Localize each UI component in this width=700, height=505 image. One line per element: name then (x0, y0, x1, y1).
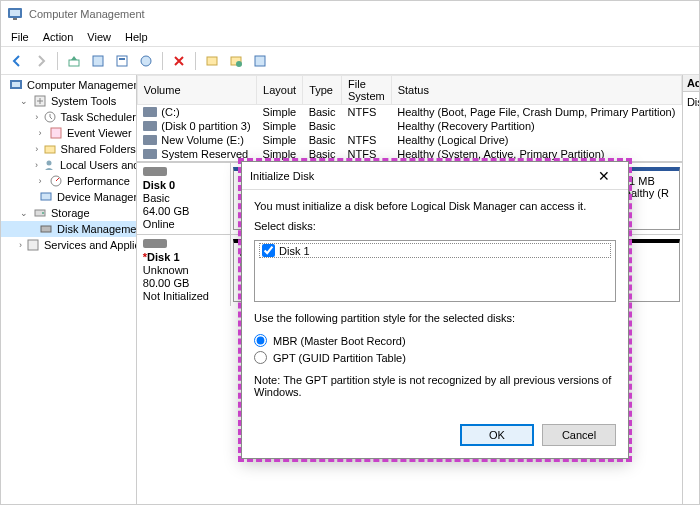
svg-point-10 (236, 61, 242, 67)
menu-file[interactable]: File (5, 29, 35, 45)
table-row[interactable]: (C:)SimpleBasicNTFSHealthy (Boot, Page F… (137, 105, 681, 120)
tree-performance[interactable]: ›Performance (1, 173, 136, 189)
select-disks-label: Select disks: (254, 220, 616, 232)
volume-icon (143, 149, 157, 159)
col-layout[interactable]: Layout (257, 76, 303, 105)
svg-rect-23 (41, 226, 51, 232)
close-icon[interactable]: ✕ (588, 168, 620, 184)
nav-tree: Computer Management (Local ⌄System Tools… (1, 75, 137, 504)
actions-header: Act (683, 75, 699, 92)
refresh-button[interactable] (112, 51, 132, 71)
actions-pane: Act Disl (683, 75, 699, 504)
table-row[interactable]: (Disk 0 partition 3)SimpleBasicHealthy (… (137, 119, 681, 133)
menubar: File Action View Help (1, 27, 699, 47)
svg-rect-3 (69, 60, 79, 66)
svg-rect-11 (255, 56, 265, 66)
help-button[interactable] (136, 51, 156, 71)
svg-rect-8 (207, 57, 217, 65)
menu-help[interactable]: Help (119, 29, 154, 45)
tree-disk-management[interactable]: Disk Management (1, 221, 136, 237)
cancel-button[interactable]: Cancel (542, 424, 616, 446)
props-button[interactable] (88, 51, 108, 71)
col-fs[interactable]: File System (342, 76, 392, 105)
volume-list: Volume Layout Type File System Status (C… (137, 75, 682, 162)
up-button[interactable] (64, 51, 84, 71)
disk-icon (143, 167, 167, 176)
table-row[interactable]: System ReservedSimpleBasicNTFSHealthy (S… (137, 147, 681, 161)
svg-rect-6 (119, 58, 125, 60)
tree-event-viewer[interactable]: ›Event Viewer (1, 125, 136, 141)
svg-rect-2 (13, 18, 17, 20)
tree-services[interactable]: ›Services and Applications (1, 237, 136, 253)
tree-system-tools[interactable]: ⌄System Tools (1, 93, 136, 109)
svg-point-18 (47, 161, 52, 166)
svg-rect-4 (93, 56, 103, 66)
volume-icon (143, 107, 157, 117)
menu-view[interactable]: View (81, 29, 117, 45)
col-type[interactable]: Type (303, 76, 342, 105)
action2-button[interactable] (226, 51, 246, 71)
titlebar: Computer Management (1, 1, 699, 27)
initialize-disk-dialog: Initialize Disk ✕ You must initialize a … (241, 161, 629, 459)
svg-rect-24 (28, 240, 38, 250)
tree-shared-folders[interactable]: ›Shared Folders (1, 141, 136, 157)
action1-button[interactable] (202, 51, 222, 71)
ok-button[interactable]: OK (460, 424, 534, 446)
disk1-checkbox[interactable] (262, 244, 275, 257)
tree-local-users[interactable]: ›Local Users and Groups (1, 157, 136, 173)
tree-task-scheduler[interactable]: ›Task Scheduler (1, 109, 136, 125)
svg-rect-17 (45, 146, 55, 153)
col-status[interactable]: Status (391, 76, 681, 105)
actions-item[interactable]: Disl (683, 92, 699, 112)
disk-select-list: Disk 1 (254, 240, 616, 302)
svg-point-7 (141, 56, 151, 66)
svg-rect-1 (10, 10, 20, 16)
menu-action[interactable]: Action (37, 29, 80, 45)
gpt-radio[interactable] (254, 351, 267, 364)
dialog-note: Note: The GPT partition style is not rec… (254, 374, 616, 398)
volume-icon (143, 121, 157, 131)
table-row[interactable]: New Volume (E:)SimpleBasicNTFSHealthy (L… (137, 133, 681, 147)
disk-select-item[interactable]: Disk 1 (259, 243, 611, 258)
delete-button[interactable] (169, 51, 189, 71)
tree-device-manager[interactable]: Device Manager (1, 189, 136, 205)
volume-icon (143, 135, 157, 145)
svg-point-22 (42, 212, 44, 214)
back-button[interactable] (7, 51, 27, 71)
dialog-intro: You must initialize a disk before Logica… (254, 200, 616, 212)
toolbar (1, 47, 699, 75)
partition-style-label: Use the following partition style for th… (254, 312, 616, 324)
svg-rect-20 (41, 193, 51, 200)
tree-storage[interactable]: ⌄Storage (1, 205, 136, 221)
mbr-radio[interactable] (254, 334, 267, 347)
app-icon (7, 6, 23, 22)
svg-rect-16 (51, 128, 61, 138)
window-title: Computer Management (29, 8, 145, 20)
mbr-option[interactable]: MBR (Master Boot Record) (254, 332, 616, 349)
tree-root[interactable]: Computer Management (Local (1, 77, 136, 93)
gpt-option[interactable]: GPT (GUID Partition Table) (254, 349, 616, 366)
disk-icon (143, 239, 167, 248)
svg-rect-5 (117, 56, 127, 66)
forward-button[interactable] (31, 51, 51, 71)
col-volume[interactable]: Volume (137, 76, 256, 105)
dialog-title: Initialize Disk (250, 170, 314, 182)
action3-button[interactable] (250, 51, 270, 71)
svg-rect-13 (12, 82, 20, 87)
